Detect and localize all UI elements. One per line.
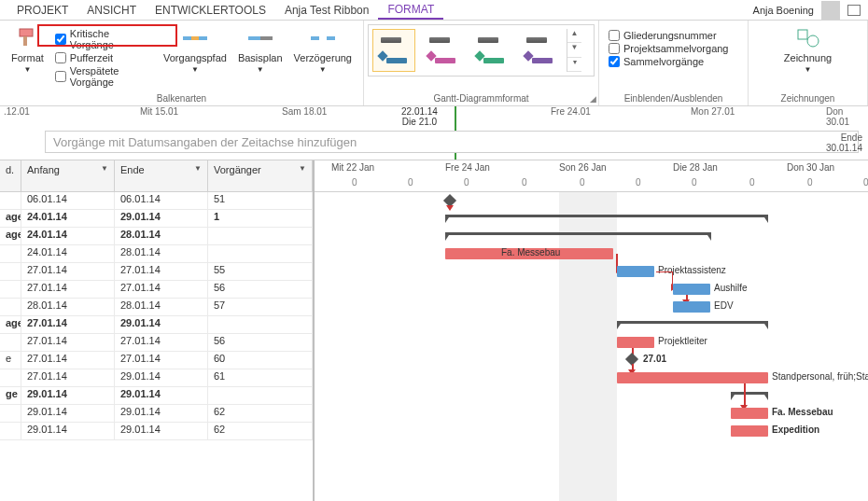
table-row[interactable]: 27.01.1427.01.1456: [0, 334, 313, 352]
table-row[interactable]: 06.01.1406.01.1451: [0, 192, 313, 210]
cell-d: ge: [0, 387, 21, 404]
ribbon-group-label: Balkenarten: [0, 93, 363, 104]
ribbon-tabs: PROJEKT ANSICHT ENTWICKLERTOOLS Anja Tes…: [0, 0, 868, 21]
chevron-down-icon: ▼: [805, 65, 812, 74]
checkbox-label: Pufferzeit: [70, 52, 113, 63]
task-bar[interactable]: [731, 425, 768, 437]
cell-vorgaenger: 55: [208, 263, 313, 280]
task-bar[interactable]: [617, 337, 654, 348]
tab-entwicklertools[interactable]: ENTWICKLERTOOLS: [146, 2, 275, 19]
vorgangspfad-button[interactable]: Vorgangspfad ▼: [161, 24, 229, 88]
col-vorgaenger[interactable]: Vorgänger▼: [208, 160, 313, 191]
checkbox-pufferzeit[interactable]: Pufferzeit: [55, 52, 148, 63]
tab-anja-ribbon[interactable]: Anja Test Ribbon: [275, 2, 379, 19]
cell-anfang: 27.01.14: [21, 369, 115, 386]
summary-bar[interactable]: [445, 232, 711, 240]
task-bar[interactable]: [617, 266, 654, 277]
summary-bar[interactable]: [445, 215, 768, 222]
cell-anfang: 27.01.14: [21, 316, 115, 333]
timeline-bar[interactable]: Vorgänge mit Datumsangaben der Zeitachse…: [45, 131, 859, 153]
chevron-down-icon: ▼: [257, 65, 264, 74]
table-row[interactable]: 27.01.1427.01.1455: [0, 263, 313, 281]
checkbox-label: Projektsammelvorgang: [623, 43, 729, 54]
ribbon-group-label: Einblenden/Ausblenden: [599, 93, 748, 104]
window-restore-icon[interactable]: [847, 5, 861, 16]
sort-icon[interactable]: ▼: [194, 164, 202, 173]
checkbox-sammelvorgaenge[interactable]: Sammelvorgänge: [609, 56, 738, 67]
bars-icon: [248, 26, 273, 50]
ribbon-group-label: Zeichnungen: [749, 93, 867, 104]
sort-icon[interactable]: ▼: [101, 164, 108, 173]
table-row[interactable]: 24.01.1428.01.14: [0, 245, 313, 263]
timeline-today: 22.01.14 Die 21.0: [401, 106, 438, 127]
task-bar[interactable]: [673, 284, 710, 295]
verzoegerung-button[interactable]: Verzögerung ▼: [292, 24, 354, 88]
format-button[interactable]: Format ▼: [9, 24, 46, 88]
avatar-icon[interactable]: [821, 1, 840, 20]
checkbox-verspaetete[interactable]: Verspätete Vorgänge: [55, 65, 148, 88]
gantt-style-4[interactable]: [518, 29, 561, 72]
col-anfang[interactable]: Anfang▼: [21, 160, 115, 191]
table-row[interactable]: 29.01.1429.01.1462: [0, 423, 313, 440]
cell-ende: 28.01.14: [115, 245, 208, 262]
cell-anfang: 27.01.14: [21, 281, 115, 298]
checkbox-label: Kritische Vorgänge: [70, 28, 148, 50]
summary-bar[interactable]: [617, 321, 768, 328]
cell-vorgaenger: 56: [208, 281, 313, 298]
cell-anfang: 27.01.14: [21, 263, 115, 280]
col-d[interactable]: d.: [0, 160, 21, 191]
bar-label: Expedition: [772, 424, 819, 435]
cell-anfang: 27.01.14: [21, 352, 115, 369]
tl-date: Mit 15.01: [140, 106, 178, 117]
tab-format[interactable]: FORMAT: [378, 1, 443, 20]
tab-ansicht[interactable]: ANSICHT: [77, 2, 146, 19]
chart-body: Fa. Messebau Projektassistenz Aushilfe E…: [315, 192, 868, 501]
task-bar[interactable]: [731, 408, 768, 419]
gantt-style-3[interactable]: [469, 29, 512, 72]
table-row[interactable]: age27.01.1429.01.14: [0, 316, 313, 334]
tl-date: Don 30.01: [826, 106, 868, 127]
cell-anfang: 27.01.14: [21, 334, 115, 351]
table-row[interactable]: 27.01.1429.01.1461: [0, 369, 313, 387]
ch-date: Son 26 Jan: [559, 162, 607, 173]
cell-d: e: [0, 352, 21, 369]
gantt-style-2[interactable]: [421, 29, 464, 72]
bar-label: EDV: [714, 300, 734, 311]
table-row[interactable]: age24.01.1429.01.141: [0, 210, 313, 228]
paint-icon: [15, 26, 39, 50]
cell-d: [0, 369, 21, 386]
cell-d: age: [0, 316, 21, 333]
task-bar[interactable]: [673, 301, 710, 313]
basisplan-button[interactable]: Basisplan ▼: [236, 24, 285, 88]
gantt-style-1[interactable]: [372, 29, 415, 72]
gantt-chart[interactable]: Mit 22 Jan Fre 24 Jan Son 26 Jan Die 28 …: [315, 160, 868, 501]
checkbox-gliederungsnummer[interactable]: Gliederungsnummer: [609, 30, 738, 41]
cell-vorgaenger: 62: [208, 423, 313, 439]
cell-ende: 29.01.14: [115, 316, 208, 333]
chart-header: Mit 22 Jan Fre 24 Jan Son 26 Jan Die 28 …: [315, 160, 868, 192]
dialog-launcher-icon[interactable]: ◢: [590, 94, 596, 104]
cell-ende: 28.01.14: [115, 228, 208, 244]
checkbox-kritische-vorgaenge[interactable]: Kritische Vorgänge: [55, 28, 148, 50]
cell-ende: 29.01.14: [115, 423, 208, 439]
table-row[interactable]: 29.01.1429.01.1462: [0, 405, 313, 423]
table-row[interactable]: e27.01.1427.01.1460: [0, 352, 313, 369]
table-row[interactable]: 27.01.1427.01.1456: [0, 281, 313, 299]
task-grid[interactable]: d. Anfang▼ Ende▼ Vorgänger▼ 06.01.1406.0…: [0, 160, 315, 501]
table-row[interactable]: 28.01.1428.01.1457: [0, 299, 313, 316]
gallery-more[interactable]: ▲▼▾: [567, 29, 581, 72]
table-row[interactable]: age24.01.1428.01.14: [0, 228, 313, 245]
cell-anfang: 06.01.14: [21, 192, 115, 209]
checkbox-projektsammelvorgang[interactable]: Projektsammelvorgang: [609, 43, 738, 54]
sort-icon[interactable]: ▼: [299, 164, 306, 173]
ch-date: Die 28 Jan: [673, 162, 718, 173]
cell-vorgaenger: [208, 316, 313, 333]
col-ende[interactable]: Ende▼: [115, 160, 208, 191]
summary-bar[interactable]: [731, 392, 768, 399]
ribbon-group-label: Gantt-Diagrammformat: [364, 93, 598, 104]
tab-projekt[interactable]: PROJEKT: [7, 2, 77, 19]
table-row[interactable]: ge29.01.1429.01.14: [0, 387, 313, 405]
timeline[interactable]: .12.01 Mit 15.01 Sam 18.01 Fre 24.01 Mon…: [0, 106, 868, 160]
zeichnung-button[interactable]: Zeichnung ▼: [782, 24, 833, 76]
task-bar[interactable]: [617, 372, 768, 383]
